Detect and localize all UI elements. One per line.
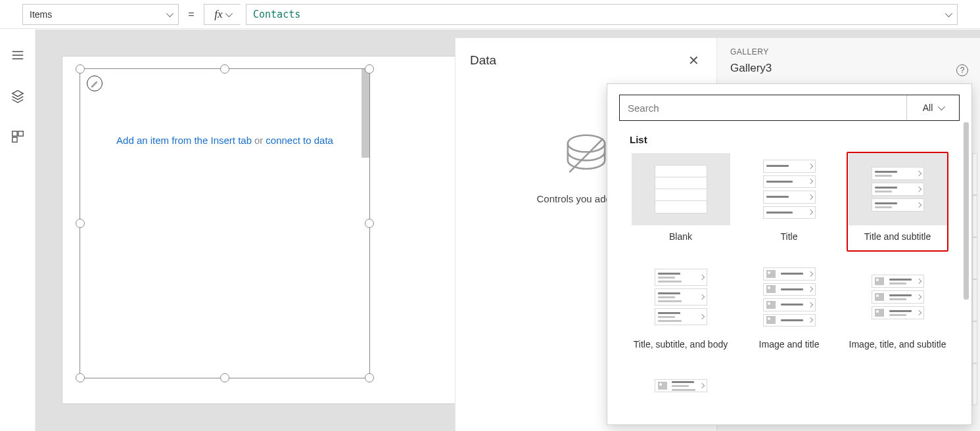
properties-category: GALLERY xyxy=(730,47,967,57)
data-panel-title: Data xyxy=(470,53,496,68)
svg-marker-3 xyxy=(12,91,23,97)
resize-handle[interactable] xyxy=(365,373,374,382)
database-empty-icon xyxy=(559,130,613,184)
chevron-down-icon xyxy=(166,9,174,16)
layout-option-title-subtitle-body[interactable]: Title, subtitle, and body xyxy=(630,260,732,359)
grid-icon[interactable] xyxy=(11,129,25,144)
fx-label: fx xyxy=(214,8,222,21)
gallery-placeholder: Add an item from the Insert taborconnect… xyxy=(80,135,369,146)
resize-handle[interactable] xyxy=(220,373,229,382)
layout-option-partial[interactable] xyxy=(630,371,732,431)
picker-search-row: All xyxy=(619,95,960,121)
side-tab[interactable] xyxy=(972,279,977,321)
layout-option-title[interactable]: Title xyxy=(738,152,840,252)
layers-icon[interactable] xyxy=(11,89,25,103)
layout-option-image-title-subtitle[interactable]: Image, title, and subtitle xyxy=(847,260,948,359)
formula-bar: Items = fx Contacts xyxy=(0,0,980,29)
layout-picker: All List Blank xyxy=(607,83,972,425)
insert-link[interactable]: Add an item from the Insert tab xyxy=(116,135,252,146)
layout-label: Blank xyxy=(669,231,692,242)
equals-sign: = xyxy=(184,9,198,20)
resize-handle[interactable] xyxy=(365,64,374,74)
connect-data-link[interactable]: connect to data xyxy=(266,135,333,146)
layout-label: Title, subtitle, and body xyxy=(634,338,728,350)
layout-option-title-subtitle[interactable]: Title and subtitle xyxy=(847,152,948,252)
picker-section-title: List xyxy=(630,134,949,145)
layout-label: Title xyxy=(781,231,798,242)
layout-label: Title and subtitle xyxy=(864,231,931,242)
side-tab[interactable] xyxy=(972,195,977,237)
property-selector[interactable]: Items xyxy=(22,4,179,25)
formula-value: Contacts xyxy=(253,9,300,20)
close-icon[interactable]: ✕ xyxy=(686,50,702,71)
chevron-down-icon xyxy=(945,9,952,16)
filter-label: All xyxy=(923,102,933,113)
resize-handle[interactable] xyxy=(220,64,229,74)
svg-rect-6 xyxy=(12,137,16,142)
layout-label: Image and title xyxy=(759,338,820,350)
search-input[interactable] xyxy=(620,95,906,120)
canvas-screen[interactable]: Add an item from the Insert taborconnect… xyxy=(62,56,456,404)
placeholder-or: or xyxy=(254,135,263,146)
side-tab[interactable] xyxy=(972,363,977,405)
filter-dropdown[interactable]: All xyxy=(906,95,959,120)
formula-input[interactable]: Contacts xyxy=(246,4,958,25)
layout-label: Image, title, and subtitle xyxy=(849,338,946,350)
resize-handle[interactable] xyxy=(76,219,85,228)
resize-handle[interactable] xyxy=(76,373,85,382)
control-name: Gallery3 xyxy=(730,62,967,75)
side-tab[interactable] xyxy=(972,153,977,195)
svg-rect-4 xyxy=(12,131,16,136)
resize-handle[interactable] xyxy=(365,219,374,228)
help-icon[interactable]: ? xyxy=(956,64,968,76)
svg-rect-5 xyxy=(18,131,22,136)
layout-option-image-title[interactable]: Image and title xyxy=(738,260,840,359)
chevron-down-icon xyxy=(938,103,945,110)
layout-option-blank[interactable]: Blank xyxy=(630,152,732,252)
edit-icon[interactable] xyxy=(87,76,103,91)
left-rail xyxy=(0,30,35,431)
hamburger-icon[interactable] xyxy=(11,48,25,62)
property-selector-label: Items xyxy=(30,9,52,20)
fx-button[interactable]: fx xyxy=(204,4,241,25)
properties-side-tabs xyxy=(972,153,977,431)
chevron-down-icon xyxy=(225,10,231,19)
side-tab[interactable] xyxy=(972,237,977,279)
gallery-selection[interactable]: Add an item from the Insert taborconnect… xyxy=(80,68,370,378)
scrollbar[interactable] xyxy=(964,122,969,300)
resize-handle[interactable] xyxy=(76,64,85,74)
side-tab[interactable] xyxy=(972,321,977,363)
